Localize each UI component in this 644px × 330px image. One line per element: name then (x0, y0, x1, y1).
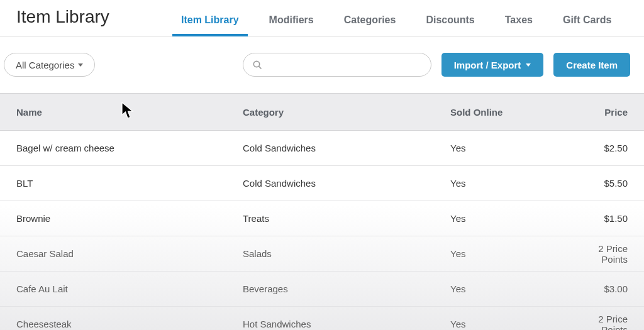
page-title: Item Library (16, 7, 181, 36)
search-input[interactable] (267, 60, 422, 70)
table-header: Name Category Sold Online Price (0, 93, 644, 131)
cell-category: Hot Sandwiches (243, 319, 450, 329)
cell-name: Brownie (16, 213, 243, 224)
cell-category: Cold Sandwiches (243, 143, 450, 153)
col-price[interactable]: Price (570, 107, 628, 118)
tab-item-library[interactable]: Item Library (181, 14, 239, 36)
cell-name: Cafe Au Lait (16, 283, 243, 294)
cell-price: $2.50 (570, 143, 628, 153)
import-export-button[interactable]: Import / Export (441, 53, 544, 77)
cell-category: Salads (243, 248, 450, 259)
col-category[interactable]: Category (243, 107, 450, 118)
tab-gift-cards[interactable]: Gift Cards (563, 14, 611, 36)
cell-name: BLT (16, 178, 243, 189)
cell-category: Cold Sandwiches (243, 178, 450, 189)
cell-price: $1.50 (570, 213, 628, 224)
cell-price: $5.50 (570, 178, 628, 189)
tab-modifiers[interactable]: Modifiers (269, 14, 314, 36)
cell-sold-online: Yes (450, 213, 570, 224)
search-field[interactable] (243, 53, 431, 77)
table-row[interactable]: Bagel w/ cream cheese Cold Sandwiches Ye… (0, 131, 644, 166)
cell-sold-online: Yes (450, 178, 570, 189)
chevron-down-icon (526, 63, 531, 67)
cell-price: 2 Price Points (570, 243, 628, 265)
tab-taxes[interactable]: Taxes (505, 14, 533, 36)
cell-sold-online: Yes (450, 283, 570, 294)
import-export-label: Import / Export (454, 60, 521, 70)
table-row[interactable]: Caesar Salad Salads Yes 2 Price Points (0, 236, 644, 272)
svg-line-1 (258, 67, 260, 69)
create-item-label: Create Item (566, 60, 618, 70)
col-name[interactable]: Name (16, 107, 243, 118)
tab-categories[interactable]: Categories (344, 14, 396, 36)
cell-price: $3.00 (570, 283, 628, 294)
cell-name: Cheesesteak (16, 319, 243, 329)
table-row[interactable]: BLT Cold Sandwiches Yes $5.50 (0, 166, 644, 201)
cell-sold-online: Yes (450, 319, 570, 329)
cell-sold-online: Yes (450, 248, 570, 259)
cell-category: Beverages (243, 283, 450, 294)
toolbar: All Categories Import / Export Create It… (0, 36, 644, 93)
search-icon (252, 60, 262, 70)
chevron-down-icon (78, 63, 83, 67)
cell-name: Caesar Salad (16, 248, 243, 259)
cell-name: Bagel w/ cream cheese (16, 143, 243, 153)
tab-discounts[interactable]: Discounts (426, 14, 474, 36)
items-table: Name Category Sold Online Price Bagel w/… (0, 93, 644, 330)
table-row[interactable]: Brownie Treats Yes $1.50 (0, 201, 644, 236)
col-sold-online[interactable]: Sold Online (450, 107, 570, 118)
cell-sold-online: Yes (450, 143, 570, 153)
category-filter-label: All Categories (16, 60, 74, 70)
table-row[interactable]: Cheesesteak Hot Sandwiches Yes 2 Price P… (0, 307, 644, 330)
cell-category: Treats (243, 213, 450, 224)
cell-price: 2 Price Points (570, 314, 628, 331)
create-item-button[interactable]: Create Item (553, 53, 630, 77)
header-bar: Item Library Item Library Modifiers Cate… (0, 0, 644, 36)
category-filter-dropdown[interactable]: All Categories (4, 53, 95, 77)
table-row[interactable]: Cafe Au Lait Beverages Yes $3.00 (0, 272, 644, 307)
tabs: Item Library Modifiers Categories Discou… (181, 0, 611, 36)
